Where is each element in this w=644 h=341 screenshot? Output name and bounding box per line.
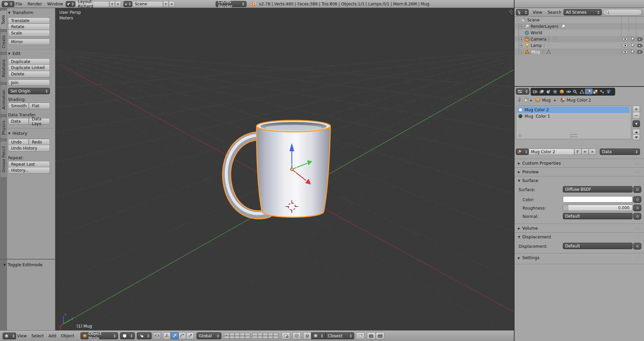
menu-add[interactable]: Add xyxy=(46,334,59,338)
panel-grip[interactable]: :::: xyxy=(46,52,52,55)
panel-header-edit[interactable]: ▼Edit :::: xyxy=(8,51,52,56)
panel-grip[interactable]: :::: xyxy=(635,179,641,182)
snap-element-button[interactable] xyxy=(311,332,325,339)
tab-object-data-icon[interactable] xyxy=(580,90,584,94)
panel-grip[interactable]: :::: xyxy=(635,170,641,174)
outliner-row-world[interactable]: World xyxy=(515,30,644,36)
opengl-render-image-button[interactable] xyxy=(367,332,376,339)
panel-header-volume[interactable]: ▶Volume :::: xyxy=(518,226,641,231)
panel-header-transform[interactable]: ▼Transform :::: xyxy=(8,10,52,15)
rotate-manipulator-button[interactable] xyxy=(178,332,186,339)
translate-button[interactable]: Translate xyxy=(8,17,50,24)
scale-manipulator-button[interactable] xyxy=(186,332,194,339)
fake-user-button[interactable]: F xyxy=(574,149,581,155)
tab-constraints-icon[interactable] xyxy=(566,90,571,94)
renderability-camera-icon[interactable] xyxy=(637,43,643,48)
panel-grip[interactable]: :::: xyxy=(635,235,641,239)
set-origin-dropdown[interactable]: Set Origin xyxy=(8,88,50,94)
list-resize-grip[interactable] xyxy=(570,134,577,137)
panel-grip[interactable]: :::: xyxy=(635,226,641,230)
breadcrumb-object-name[interactable]: Mug xyxy=(542,98,551,103)
menu-object[interactable]: Object xyxy=(59,334,76,338)
displacement-select[interactable]: Default xyxy=(563,243,633,249)
panel-grip[interactable]: :::: xyxy=(46,131,52,135)
duplicate-button[interactable]: Duplicate xyxy=(8,58,50,65)
panel-grip[interactable]: :::: xyxy=(635,161,641,165)
outliner-row-camera[interactable]: Camera xyxy=(515,36,644,42)
scene-icon-button[interactable] xyxy=(123,1,132,7)
tab-material-icon[interactable] xyxy=(586,90,591,94)
outliner-display-select[interactable]: All Scenes xyxy=(564,9,602,15)
properties-editor-type-button[interactable] xyxy=(516,88,529,95)
breadcrumb-material-name[interactable]: Mug Color 2 xyxy=(567,98,591,103)
selectability-cursor-icon[interactable] xyxy=(631,49,635,54)
menu-render[interactable]: Render xyxy=(25,2,45,6)
move-slot-down-button[interactable] xyxy=(633,135,640,140)
manipulator-center-toggle[interactable] xyxy=(153,332,161,339)
move-slot-up-button[interactable] xyxy=(633,129,640,135)
outliner-menu-search[interactable]: Search xyxy=(545,10,564,15)
undo-history-button[interactable]: Undo History xyxy=(8,145,50,152)
scale-button[interactable]: Scale xyxy=(8,30,50,37)
expand-icon[interactable] xyxy=(519,24,523,29)
outliner-menu-view[interactable]: View xyxy=(530,10,545,15)
roughness-socket-button[interactable] xyxy=(633,205,641,211)
panel-grip[interactable]: :::: xyxy=(635,256,641,260)
panel-grip[interactable]: :::: xyxy=(47,263,53,267)
outliner-row-scene[interactable]: Scene xyxy=(515,17,644,23)
tab-scene-icon[interactable] xyxy=(546,90,551,94)
expand-icon[interactable] xyxy=(519,44,523,48)
join-button[interactable]: Join xyxy=(8,79,50,86)
close-layout-button[interactable]: ✕ xyxy=(115,1,121,7)
expand-icon[interactable] xyxy=(519,50,523,54)
remove-material-slot-button[interactable]: − xyxy=(633,112,640,119)
history-menu-button[interactable]: History... xyxy=(8,167,50,174)
rotate-button[interactable]: Rotate xyxy=(8,24,50,30)
add-material-slot-button[interactable]: + xyxy=(633,106,640,112)
displacement-socket-button[interactable] xyxy=(633,243,641,249)
pin-icon[interactable] xyxy=(517,98,522,103)
normal-select[interactable]: Default xyxy=(563,213,633,219)
material-specials-button[interactable]: ▼ xyxy=(633,120,640,127)
menu-view[interactable]: View xyxy=(15,334,29,338)
outliner-row-renderlayers[interactable]: RenderLayers xyxy=(515,23,644,30)
panel-header-displacement[interactable]: ▼Displacement :::: xyxy=(518,234,641,239)
color-socket-button[interactable] xyxy=(633,196,641,203)
tab-animation[interactable]: Animation xyxy=(0,84,7,115)
snap-toggle-button[interactable] xyxy=(303,332,311,339)
data-transfer-layout-button[interactable]: Data Layo xyxy=(29,118,50,124)
layer-buttons-group-1[interactable] xyxy=(224,333,250,339)
tab-physics[interactable]: Physics xyxy=(0,117,7,139)
menu-select[interactable]: Select xyxy=(29,334,46,338)
tab-render-icon[interactable] xyxy=(533,90,538,94)
collapse-icon[interactable] xyxy=(516,18,520,22)
tab-world-icon[interactable] xyxy=(553,90,557,94)
screen-layout-name-field[interactable]: Layout: Richard xyxy=(75,1,109,7)
roughness-slider[interactable]: 0.000 xyxy=(563,205,633,211)
scene-name-field[interactable]: Scene xyxy=(132,1,163,7)
renderability-camera-icon[interactable] xyxy=(637,50,643,54)
material-slot[interactable]: Mug Color 1 xyxy=(517,113,630,119)
tab-texture-icon[interactable] xyxy=(593,90,598,94)
panel-grip[interactable]: :::: xyxy=(46,11,52,14)
panel-header-history[interactable]: ▼History :::: xyxy=(8,131,52,136)
renderability-camera-icon[interactable] xyxy=(637,37,643,41)
tab-grease-pencil[interactable]: Grease Pencil xyxy=(0,141,7,178)
opengl-render-anim-button[interactable] xyxy=(376,332,384,339)
translate-manipulator-button[interactable] xyxy=(171,332,178,339)
breadcrumb-scene-icon[interactable] xyxy=(524,98,529,103)
outliner-editor-type-button[interactable] xyxy=(516,9,529,15)
shade-flat-button[interactable]: Flat xyxy=(29,103,50,109)
material-link-select[interactable]: Data xyxy=(600,149,640,155)
opengl-render-sphere-button[interactable] xyxy=(356,332,365,339)
close-scene-button[interactable]: ✕ xyxy=(169,1,175,7)
panel-header-settings[interactable]: ▶Settings :::: xyxy=(518,255,641,260)
operator-panel-header[interactable]: ▼Toggle Editmode :::: xyxy=(3,262,53,267)
panel-header-custom-properties[interactable]: ▶Custom Properties :::: xyxy=(518,161,641,166)
screen-layout-icon-button[interactable] xyxy=(66,1,75,7)
tab-tools[interactable]: Tools xyxy=(0,10,7,30)
breadcrumb-object-icon[interactable] xyxy=(535,98,540,102)
menu-file[interactable]: File xyxy=(13,2,25,6)
manipulator-toggle-button[interactable] xyxy=(163,332,171,339)
tab-physics-icon[interactable] xyxy=(606,90,611,94)
